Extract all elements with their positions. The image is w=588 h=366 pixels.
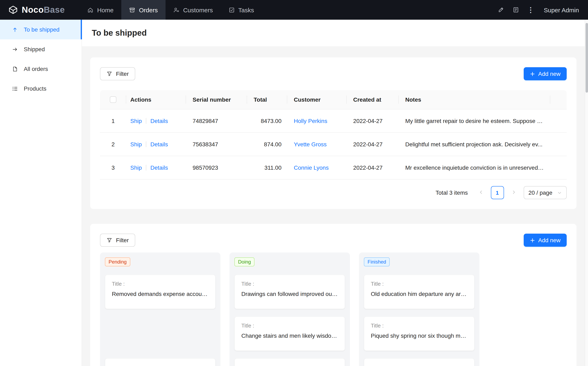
add-new-button[interactable]: Add new [523, 67, 567, 80]
page-size-value: 20 / page [528, 189, 552, 196]
pagination: Total 3 items 1 20 / page [100, 186, 567, 199]
nav-item-orders[interactable]: Orders [121, 0, 166, 20]
customer-cell: Holly Perkins [287, 118, 347, 124]
total-cell: 311.00 [247, 164, 287, 171]
kanban-board: Pending Title : Removed demands expense … [100, 252, 567, 366]
table-header-row: Actions Serial number Total Customer Cre… [100, 90, 567, 109]
customer-link[interactable]: Yvette Gross [294, 141, 327, 148]
kanban-card[interactable]: Title : Drawings can followed improved o… [234, 274, 345, 309]
serial-cell: 74829847 [186, 118, 247, 124]
kanban-card-partial[interactable] [364, 358, 475, 366]
page-size-select[interactable]: 20 / page [523, 186, 567, 199]
customer-cell: Connie Lyons [287, 164, 347, 171]
arrow-right-icon [12, 46, 18, 52]
customer-cell: Yvette Gross [287, 141, 347, 148]
more-actions-icon[interactable]: ⋮ [523, 2, 538, 17]
chevron-down-icon [557, 190, 562, 195]
sidebar-item-all-orders[interactable]: All orders [0, 59, 82, 79]
add-new-button[interactable]: Add new [523, 234, 567, 247]
kanban-card[interactable]: Title : Change stairs and men likely wis… [234, 316, 345, 351]
row-index: 1 [100, 118, 126, 124]
table-row: 1 Ship Details 74829847 8473.00 Holly Pe… [100, 109, 567, 133]
kanban-block: Filter Add new Pending Title : Removed d… [90, 224, 577, 366]
pagination-page-1[interactable]: 1 [491, 186, 504, 199]
kanban-card[interactable]: Title : Old education him departure any … [364, 274, 475, 309]
ship-link[interactable]: Ship [130, 118, 142, 124]
customer-link[interactable]: Connie Lyons [294, 164, 329, 171]
orders-box-icon [129, 7, 135, 13]
details-link[interactable]: Details [150, 164, 168, 171]
page-title: To be shipped [92, 28, 147, 38]
filter-button[interactable]: Filter [100, 67, 135, 80]
nav-item-customers[interactable]: Customers [166, 0, 221, 20]
nav-item-home[interactable]: Home [80, 0, 121, 20]
details-link[interactable]: Details [150, 118, 168, 124]
card-field-label: Title : [112, 281, 209, 287]
plus-icon [530, 71, 535, 76]
pagination-total: Total 3 items [436, 189, 468, 196]
card-title-text: Change stairs and men likely wisdom ... [241, 332, 338, 339]
sidebar-item-label: To be shipped [24, 26, 60, 33]
kanban-column-pending: Pending Title : Removed demands expense … [100, 252, 220, 366]
ship-link[interactable]: Ship [130, 164, 142, 171]
main-menu: Home Orders Customers Tasks [80, 0, 262, 20]
scrollbar[interactable] [585, 20, 588, 366]
kanban-column-doing: Doing Title : Drawings can followed impr… [229, 252, 350, 366]
total-cell: 8473.00 [247, 118, 287, 124]
file-icon [12, 66, 18, 72]
status-tag-finished: Finished [364, 257, 390, 267]
nav-item-label: Tasks [238, 6, 254, 13]
sidebar-item-label: Products [24, 85, 46, 92]
chevron-right-icon [511, 190, 516, 196]
kanban-card-partial[interactable] [105, 358, 216, 366]
notes-cell: My little garret repair to desire he est… [399, 118, 550, 124]
user-name[interactable]: Super Admin [544, 6, 579, 13]
card-field-label: Title : [371, 281, 467, 287]
sidebar-item-to-be-shipped[interactable]: To be shipped [0, 20, 82, 39]
select-all-checkbox[interactable] [110, 96, 116, 103]
table-row: 2 Ship Details 75638347 874.00 Yvette Gr… [100, 133, 567, 156]
filter-button-label: Filter [116, 70, 129, 77]
sidebar-item-shipped[interactable]: Shipped [0, 39, 82, 59]
filter-button-label: Filter [116, 237, 129, 244]
action-divider [146, 118, 146, 124]
add-new-button-label: Add new [538, 70, 561, 77]
pagination-next-button[interactable] [507, 186, 520, 199]
logo-text: NocoBase [22, 5, 65, 15]
table-header-notes: Notes [399, 96, 550, 103]
filter-funnel-icon [106, 71, 112, 77]
row-actions: Ship Details [126, 141, 186, 148]
filter-button[interactable]: Filter [100, 234, 135, 247]
home-icon [87, 7, 93, 13]
settings-panel-icon[interactable] [508, 2, 523, 17]
scrollbar-thumb[interactable] [586, 23, 588, 93]
pagination-prev-button[interactable] [474, 186, 487, 199]
ui-editor-pen-icon[interactable] [494, 2, 508, 17]
table-header-created-at: Created at [347, 96, 399, 103]
details-link[interactable]: Details [150, 141, 168, 148]
nocobase-logo-icon [8, 5, 18, 15]
table-toolbar: Filter Add new [100, 67, 567, 80]
kanban-card[interactable]: Title : Piqued shy spring nor six though… [364, 316, 475, 351]
created-at-cell: 2022-04-27 [347, 118, 399, 124]
table-header-actions: Actions [126, 96, 186, 103]
action-divider [146, 141, 146, 147]
orders-table: Actions Serial number Total Customer Cre… [100, 90, 567, 199]
nav-item-tasks[interactable]: Tasks [221, 0, 262, 20]
table-header-total: Total [247, 96, 287, 103]
ship-link[interactable]: Ship [130, 141, 142, 148]
kanban-card[interactable]: Title : Removed demands expense account … [105, 274, 216, 309]
row-actions: Ship Details [126, 164, 186, 171]
created-at-cell: 2022-04-27 [347, 164, 399, 171]
card-title-text: Piqued shy spring nor six though mut... [371, 332, 467, 339]
kanban-card-partial[interactable] [234, 358, 345, 366]
customer-link[interactable]: Holly Perkins [294, 118, 327, 124]
list-icon [12, 85, 18, 92]
table-header-select [100, 96, 126, 103]
status-tag-doing: Doing [234, 257, 255, 267]
card-field-label: Title : [241, 323, 338, 329]
sidebar-item-products[interactable]: Products [0, 79, 82, 98]
tasks-check-icon [228, 7, 234, 13]
nocobase-logo[interactable]: NocoBase [0, 0, 73, 20]
table-header-customer: Customer [287, 96, 347, 103]
